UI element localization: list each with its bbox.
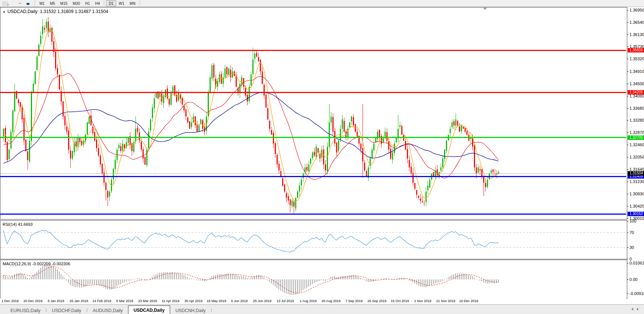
label-tool-button[interactable] [16, 0, 24, 6]
price-tick [627, 96, 628, 96]
macd-tick-label: 0.010615 [629, 261, 644, 265]
price-tick [627, 120, 628, 121]
tab-scroll-left-icon[interactable] [631, 308, 633, 311]
price-tick [627, 157, 628, 157]
price-tick [627, 35, 628, 35]
macd-tick-label: -0.009181 [629, 291, 644, 296]
price-tick-label: 1.32050 [629, 155, 644, 159]
date-label: 7 Sep 2019 [345, 299, 363, 303]
timeframe-w1-button[interactable]: W1 [116, 0, 127, 6]
timeframe-mn-button[interactable]: MN [127, 0, 138, 6]
fibonacci-tool-button[interactable]: F [0, 0, 11, 6]
macd-tick [627, 263, 628, 263]
tab-scroll-right-icon[interactable] [637, 308, 639, 311]
chart-dropdown-icon[interactable]: ▼ [3, 10, 6, 14]
toolbar-separator [104, 1, 105, 6]
timeframe-m30-button[interactable]: M30 [70, 0, 82, 6]
rsi-value: 41.6693 [18, 222, 33, 227]
chart-title: ▼USDCAD,Daily 1.31532 1.31609 1.31487 1.… [3, 9, 108, 14]
tab-scrollers [631, 308, 639, 311]
price-tick [627, 47, 628, 47]
tab-eurusd[interactable]: EURUSD,Daily [5, 307, 46, 314]
main-chart-panel[interactable]: ▼USDCAD,Daily 1.31532 1.31609 1.31487 1.… [0, 7, 627, 220]
rsi-panel[interactable]: RSI(14) 41.6693 [0, 220, 627, 259]
rsi-chart-canvas[interactable] [0, 221, 626, 258]
date-label: 5 Mar 2019 [116, 299, 133, 303]
price-level-label: 1.32700 [628, 135, 644, 140]
text-tool-button[interactable] [11, 0, 16, 6]
price-tick-label: 1.33680 [629, 106, 644, 110]
timeframe-h4-button[interactable]: H4 [93, 0, 103, 6]
macd-chart-canvas[interactable] [0, 260, 626, 298]
date-label: 26 Jan 2019 [70, 299, 88, 303]
date-label: 18 May 2019 [207, 299, 226, 303]
timeframe-m5-button[interactable]: M5 [47, 0, 58, 6]
rsi-tick [627, 247, 628, 248]
timeframe-m1-button[interactable]: M1 [37, 0, 47, 6]
macd-tick-label: 0.00 [629, 277, 637, 282]
price-tick-label: 1.31230 [629, 179, 644, 184]
symbol-tab-bar: EURUSD,Daily|USDCHF,Daily|AUDUSD,DailyUS… [0, 304, 644, 314]
toolbar-separator [35, 1, 35, 6]
date-label: 2 Nov 2019 [414, 299, 431, 303]
price-tick-label: 1.32870 [629, 130, 644, 135]
price-tick [627, 194, 628, 194]
macd-tick [627, 294, 628, 294]
price-tick [627, 22, 628, 23]
price-level-label: 1.31504 [628, 171, 644, 176]
price-tick [627, 84, 628, 84]
price-tick [627, 71, 628, 72]
price-tick [627, 182, 628, 182]
price-tick [627, 206, 628, 206]
timeframe-group: M1M5M15M30H1H4D1W1MN [37, 0, 142, 6]
rsi-tick-label: 100 [629, 219, 636, 223]
rsi-tick [627, 221, 628, 221]
price-tick-label: 1.36950 [629, 8, 644, 12]
rsi-tick-label: 0 [629, 257, 632, 261]
indicator-arrows-icon [26, 1, 29, 6]
price-tick [627, 218, 628, 219]
tab-usdcad[interactable]: USDCAD,Daily [128, 305, 170, 314]
price-level-label: 1.35606 [628, 48, 644, 52]
chart-ohlc-values: 1.31532 1.31609 1.31487 1.31504 [40, 9, 108, 14]
tab-usdchf[interactable]: USDCHF,Daily [47, 307, 87, 314]
date-label: 15 Oct 2019 [391, 299, 409, 303]
timeframe-h1-button[interactable]: H1 [83, 0, 93, 6]
date-label: 10 Dec 2019 [459, 299, 478, 303]
date-axis: 1 Dec 201820 Dec 20188 Jan 201926 Jan 20… [0, 298, 627, 304]
macd-tick [627, 279, 628, 280]
chart-shift-marker-icon [483, 8, 487, 10]
tab-audusd[interactable]: AUDUSD,Daily [87, 307, 128, 314]
tab-separator: | [211, 308, 212, 312]
price-tick-label: 1.35320 [629, 57, 644, 61]
price-tick-label: 1.34910 [629, 69, 644, 74]
price-tick [627, 145, 628, 145]
arrows-tool-button[interactable] [24, 0, 33, 6]
text-label-tool-icon [19, 3, 21, 4]
date-label: 11 Apr 2019 [162, 299, 179, 303]
rsi-tick [627, 259, 628, 259]
rsi-tick-label: 30 [629, 245, 634, 250]
price-tick-label: 1.34500 [629, 81, 644, 86]
macd-panel[interactable]: MACD(12,26,9) -0.002209 -0.002306 [0, 260, 627, 299]
rsi-tick [627, 233, 628, 233]
candlestick-chart-canvas[interactable] [0, 7, 626, 218]
timeframe-m15-button[interactable]: M15 [58, 0, 70, 6]
toolbar-separator [140, 1, 140, 6]
tab-usdcnh[interactable]: USDCNH,Daily [170, 307, 211, 314]
price-tick [627, 169, 628, 170]
rsi-tick-label: 70 [629, 230, 634, 235]
date-label: 13 Jul 2019 [277, 299, 294, 303]
date-label: 20 Dec 2018 [23, 299, 42, 303]
timeframe-d1-button[interactable]: D1 [106, 0, 116, 6]
price-tick-label: 1.36540 [629, 20, 644, 25]
date-label: 21 Nov 2019 [436, 299, 455, 303]
trading-terminal-window: F M1M5M15M30H1H4D1W1MN ▼USDCAD,Daily 1.3… [0, 0, 644, 314]
date-label: 26 Sep 2019 [367, 299, 386, 303]
chart-symbol-label: USDCAD,Daily [7, 9, 38, 14]
date-label: 14 Feb 2019 [92, 299, 111, 303]
date-label: 30 Apr 2019 [185, 299, 203, 303]
price-tick-label: 1.36130 [629, 32, 644, 37]
date-label: 1 Aug 2019 [300, 299, 317, 303]
fibonacci-tool-icon: F [3, 1, 9, 6]
